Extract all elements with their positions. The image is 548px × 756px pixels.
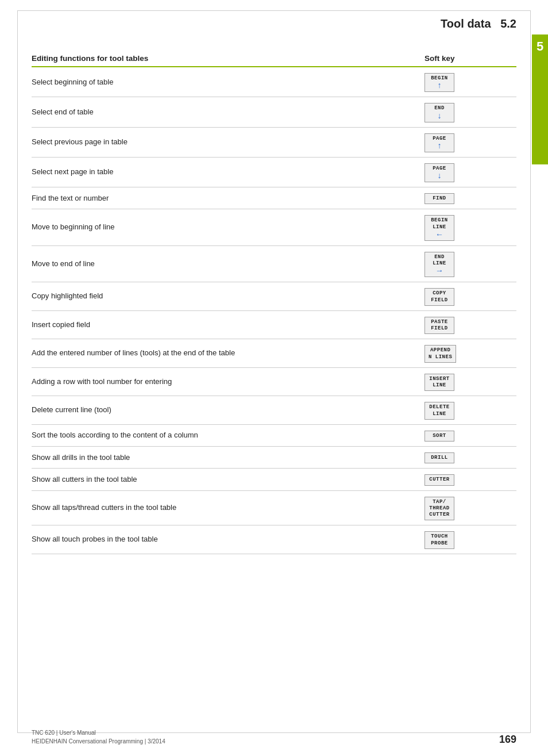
row-description: Select previous page in table [32,127,420,157]
table-row: Select beginning of tableBEGIN↑ [32,67,516,97]
page-border-top [17,10,531,11]
row-softkey: PAGE↓ [420,157,516,187]
softkey-button: TAP/THREADCUTTER [424,497,454,521]
row-softkey: FIND [420,187,516,209]
row-description: Select end of table [32,97,420,127]
row-description: Select next page in table [32,157,420,187]
row-description: Show all drills in the tool table [32,447,420,469]
chapter-tab: 5 [532,34,548,164]
softkey-button: BEGIN↑ [424,73,454,92]
row-description: Show all touch probes in the tool table [32,525,420,554]
row-softkey: DRILL [420,447,516,469]
page-border-right [530,10,531,733]
softkey-button: PASTEFIELD [424,317,454,335]
softkey-button: COPYFIELD [424,288,454,306]
table-row: Move to end of lineENDLINE→ [32,245,516,282]
table-row: Copy highlighted fieldCOPYFIELD [32,282,516,311]
row-softkey: DELETELINE [420,396,516,425]
row-softkey: PASTEFIELD [420,310,516,339]
row-description: Show all cutters in the tool table [32,469,420,490]
row-description: Show all taps/thread cutters in the tool… [32,490,420,525]
table-header-row: Editing functions for tool tables Soft k… [32,52,516,67]
table-row: Show all touch probes in the tool tableT… [32,525,516,554]
row-softkey: BEGIN↑ [420,67,516,97]
softkey-button: END↓ [424,103,454,122]
row-softkey: ENDLINE→ [420,245,516,282]
main-content: Editing functions for tool tables Soft k… [32,52,516,554]
chapter-number: 5 [537,34,543,61]
row-softkey: END↓ [420,97,516,127]
row-softkey: CUTTER [420,469,516,490]
row-softkey: BEGINLINE← [420,209,516,246]
row-description: Move to beginning of line [32,209,420,246]
row-description: Copy highlighted field [32,282,420,311]
page-title: Tool data 5.2 [441,17,516,30]
page-footer: TNC 620 | User's Manual HEIDENHAIN Conve… [32,728,516,746]
table-row: Adding a row with tool number for enteri… [32,367,516,396]
softkey-button: PAGE↓ [424,163,454,182]
page-header: Tool data 5.2 [441,17,516,30]
row-softkey: INSERTLINE [420,367,516,396]
row-description: Find the text or number [32,187,420,209]
footer-line2: HEIDENHAIN Conversational Programming | … [32,737,165,746]
row-softkey: PAGE↑ [420,127,516,157]
table-row: Select previous page in tablePAGE↑ [32,127,516,157]
table-row: Select next page in tablePAGE↓ [32,157,516,187]
softkey-button: DRILL [424,452,454,463]
footer-line1: TNC 620 | User's Manual [32,728,165,737]
page-number: 169 [499,734,516,746]
softkey-button: CUTTER [424,474,454,485]
col1-header: Editing functions for tool tables [32,52,420,67]
row-description: Move to end of line [32,245,420,282]
col2-header: Soft key [420,52,516,67]
page-border-left [17,10,18,733]
table-row: Add the entered number of lines (tools) … [32,339,516,368]
table-row: Show all cutters in the tool tableCUTTER [32,469,516,490]
table-row: Insert copied fieldPASTEFIELD [32,310,516,339]
softkey-button: INSERTLINE [424,374,454,392]
softkey-button: ENDLINE→ [424,252,454,278]
table-row: Show all taps/thread cutters in the tool… [32,490,516,525]
row-softkey: COPYFIELD [420,282,516,311]
row-description: Sort the tools according to the content … [32,424,420,446]
row-description: Adding a row with tool number for enteri… [32,367,420,396]
row-description: Select beginning of table [32,67,420,97]
softkey-button: APPENDN LINES [424,345,456,363]
table-row: Show all drills in the tool tableDRILL [32,447,516,469]
functions-table: Editing functions for tool tables Soft k… [32,52,516,554]
softkey-button: PAGE↑ [424,133,454,152]
table-row: Sort the tools according to the content … [32,424,516,446]
row-softkey: APPENDN LINES [420,339,516,368]
table-row: Move to beginning of lineBEGINLINE← [32,209,516,246]
row-description: Add the entered number of lines (tools) … [32,339,420,368]
table-row: Delete current line (tool)DELETELINE [32,396,516,425]
softkey-button: DELETELINE [424,402,454,420]
table-row: Select end of tableEND↓ [32,97,516,127]
softkey-button: FIND [424,193,454,204]
row-softkey: TAP/THREADCUTTER [420,490,516,525]
row-description: Insert copied field [32,310,420,339]
row-description: Delete current line (tool) [32,396,420,425]
table-row: Find the text or numberFIND [32,187,516,209]
chapter-tab-bar [532,61,548,164]
softkey-button: SORT [424,431,454,442]
softkey-button: TOUCHPROBE [424,531,454,549]
footer-left: TNC 620 | User's Manual HEIDENHAIN Conve… [32,728,165,746]
row-softkey: SORT [420,424,516,446]
row-softkey: TOUCHPROBE [420,525,516,554]
softkey-button: BEGINLINE← [424,215,454,241]
